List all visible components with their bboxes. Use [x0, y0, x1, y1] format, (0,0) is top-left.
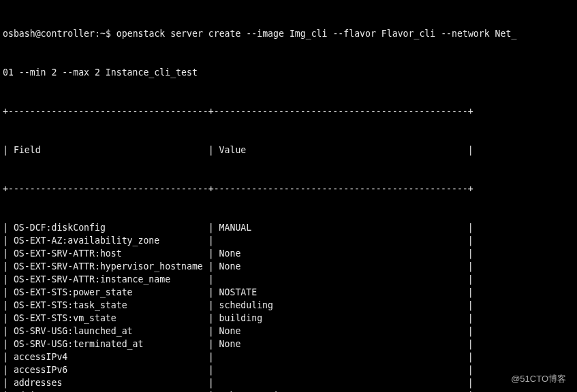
table-row: | OS-SRV-USG:launched_at | None | — [3, 325, 574, 338]
table-row: | OS-EXT-SRV-ATTR:host | None | — [3, 247, 574, 260]
watermark: @51CTO博客 — [511, 372, 566, 385]
prompt-symbol: $ — [106, 29, 111, 39]
table-border-header: +-------------------------------------+-… — [3, 182, 574, 195]
table-row: | accessIPv6 | | — [3, 363, 574, 376]
table-row: | OS-EXT-STS:vm_state | building | — [3, 312, 574, 325]
prompt-line: osbash@controller:~$ openstack server cr… — [3, 27, 574, 40]
prompt-user: osbash — [3, 29, 35, 39]
table-row: | OS-EXT-SRV-ATTR:hypervisor_hostname | … — [3, 260, 574, 273]
prompt-path: ~ — [100, 29, 106, 39]
table-row: | OS-EXT-SRV-ATTR:instance_name | | — [3, 273, 574, 286]
table-body: | OS-DCF:diskConfig | MANUAL || OS-EXT-A… — [3, 221, 574, 392]
prompt-host: controller — [41, 29, 95, 39]
table-row: | OS-EXT-AZ:availability_zone | | — [3, 234, 574, 247]
table-row: | adminPass | mMbLNBn788iu | — [3, 389, 574, 392]
table-row: | OS-EXT-STS:power_state | NOSTATE | — [3, 286, 574, 299]
table-row: | accessIPv4 | | — [3, 350, 574, 363]
table-row: | OS-EXT-STS:task_state | scheduling | — [3, 299, 574, 312]
table-header-row: | Field | Value | — [3, 144, 574, 157]
command-text-line2: 01 --min 2 --max 2 Instance_cli_test — [3, 66, 574, 79]
table-row: | OS-DCF:diskConfig | MANUAL | — [3, 221, 574, 234]
command-text-line1: openstack server create --image Img_cli … — [116, 29, 517, 39]
table-row: | addresses | | — [3, 376, 574, 389]
terminal-output[interactable]: osbash@controller:~$ openstack server cr… — [0, 0, 577, 392]
table-row: | OS-SRV-USG:terminated_at | None | — [3, 338, 574, 350]
table-border-top: +-------------------------------------+-… — [3, 105, 574, 118]
